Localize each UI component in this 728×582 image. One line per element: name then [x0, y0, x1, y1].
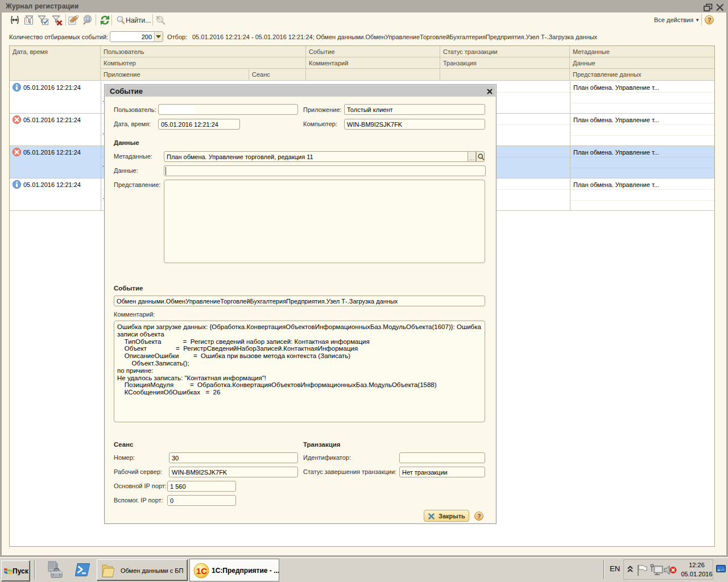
svg-text:1С: 1С	[196, 566, 207, 576]
